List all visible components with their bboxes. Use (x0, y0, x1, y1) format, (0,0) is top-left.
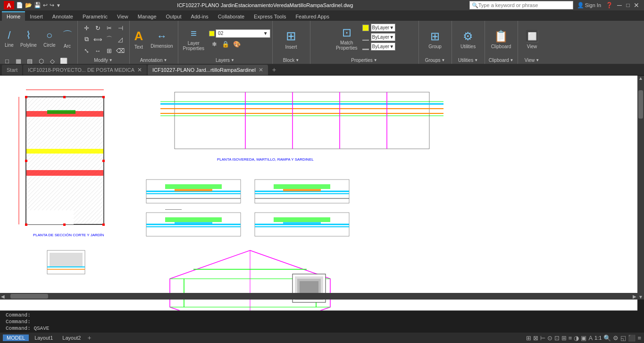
view-panel-dropdown[interactable]: ▼ (535, 58, 539, 62)
clipboard-button[interactable]: 📋 Clipboard (488, 23, 514, 56)
array-button[interactable]: ⊞ (104, 45, 114, 56)
layer-freeze-btn[interactable]: ❄ (209, 39, 219, 50)
utilities-panel-dropdown[interactable]: ▼ (474, 58, 478, 62)
maximize-button[interactable]: □ (624, 2, 632, 9)
zoom-icon[interactable]: 🔍 (603, 334, 611, 342)
transparency-icon[interactable]: ◑ (574, 334, 579, 342)
otrack-icon[interactable]: ⊞ (561, 334, 567, 342)
model-button[interactable]: MODEL (3, 334, 29, 341)
settings-icon[interactable]: ⚙ (613, 334, 619, 342)
horizontal-scrollbar[interactable]: ◀ ▶ (0, 293, 637, 300)
mirror-button[interactable]: ⟺ (92, 34, 103, 44)
lineweight-dropdown-arrow[interactable]: ▼ (389, 44, 394, 49)
block-panel-dropdown[interactable]: ▼ (295, 58, 299, 62)
polar-icon[interactable]: ⊙ (547, 334, 552, 342)
gradient-button[interactable]: ▨ (25, 56, 35, 64)
scrollbar-thumb-v[interactable] (638, 90, 643, 119)
modify-panel-dropdown[interactable]: ▼ (109, 58, 113, 62)
tab-addins[interactable]: Add-ins (186, 11, 213, 21)
tab-expresstools[interactable]: Express Tools (249, 11, 291, 21)
groups-panel-label[interactable]: Groups ▼ (425, 58, 445, 63)
scroll-up-arrow[interactable]: ▲ (637, 76, 644, 81)
lineweight-icon[interactable]: ≡ (569, 334, 572, 342)
redo-icon[interactable]: ↪ (50, 2, 54, 9)
qa-dropdown-arrow[interactable]: ▼ (56, 3, 61, 8)
clipboard-panel-dropdown[interactable]: ▼ (510, 58, 513, 62)
block-panel-label[interactable]: Block ▼ (283, 58, 299, 63)
layout2-button[interactable]: Layout2 (59, 334, 84, 341)
search-bar[interactable]: 🔍 (469, 1, 573, 9)
tab-doc2[interactable]: ICF10227-PLANO Jard...rtilloRampaSardine… (148, 65, 268, 75)
properties-panel-dropdown[interactable]: ▼ (374, 58, 377, 62)
copy-button[interactable]: ⧉ (81, 34, 92, 44)
close-button[interactable]: ✕ (633, 1, 640, 9)
color-dropdown-arrow[interactable]: ▼ (389, 25, 394, 30)
modify-panel-label[interactable]: Modify ▼ (94, 58, 112, 63)
search-input[interactable] (478, 2, 563, 8)
user-icon[interactable]: 👤 (577, 2, 584, 9)
boundary-button[interactable]: ⬡ (36, 56, 46, 64)
tab-view[interactable]: View (112, 11, 133, 21)
app-menu-button[interactable]: A (4, 1, 14, 9)
tab-output[interactable]: Output (161, 11, 186, 21)
properties-panel-label[interactable]: Properties ▼ (351, 58, 377, 63)
insert-button[interactable]: ⊞ Insert (283, 23, 300, 56)
text-button[interactable]: A Text (132, 23, 146, 56)
customize-icon[interactable]: ≡ (637, 334, 641, 342)
stretch-button[interactable]: ↔ (92, 45, 103, 56)
linetype-dropdown[interactable]: ByLayer ▼ (371, 33, 396, 41)
tab-doc1-close[interactable]: ✕ (137, 67, 142, 73)
layer-color-btn[interactable]: 🎨 (232, 39, 242, 50)
scrollbar-thumb-h[interactable] (10, 294, 48, 299)
fillet-button[interactable]: ⌒ (104, 34, 114, 44)
tab-annotate[interactable]: Annotate (48, 11, 78, 21)
color-dropdown[interactable]: ByLayer ▼ (371, 24, 396, 32)
layout1-button[interactable]: Layout1 (31, 334, 57, 341)
scroll-right-arrow[interactable]: ▶ (632, 294, 637, 299)
lineweight-dropdown[interactable]: ByLayer ▼ (371, 43, 396, 51)
annotation-panel-dropdown[interactable]: ▼ (163, 58, 167, 62)
linetype-dropdown-arrow[interactable]: ▼ (389, 34, 394, 40)
layers-panel-dropdown[interactable]: ▼ (231, 58, 234, 62)
scale-button[interactable]: ⤡ (81, 45, 92, 56)
undo-icon[interactable]: ↩ (43, 2, 48, 9)
layer-dropdown-arrow[interactable]: ▼ (263, 31, 268, 36)
annotation-icon[interactable]: A (588, 334, 593, 342)
help-icon[interactable]: ❓ (606, 2, 613, 9)
selection-icon[interactable]: ▣ (581, 334, 586, 342)
add-layout-button[interactable]: ＋ (86, 334, 92, 342)
save-icon[interactable]: 💾 (34, 2, 41, 9)
trim-button[interactable]: ✂ (104, 23, 114, 33)
clipboard-panel-label[interactable]: Clipboard ▼ (489, 58, 514, 63)
tab-doc2-close[interactable]: ✕ (259, 67, 263, 73)
ortho-icon[interactable]: ⊢ (540, 334, 545, 342)
utilities-panel-label[interactable]: Utilities ▼ (458, 58, 478, 63)
move-button[interactable]: ✛ (81, 23, 92, 33)
region-button[interactable]: ◇ (47, 56, 58, 64)
erase-button[interactable]: ⌫ (115, 45, 125, 56)
clean-screen-icon[interactable]: ⬛ (628, 334, 636, 342)
circle-button[interactable]: ○ Circle (41, 22, 59, 55)
signin-link[interactable]: Sign In (585, 2, 601, 8)
vertical-scrollbar[interactable]: ▲ ▼ (637, 76, 644, 300)
workspace-icon[interactable]: ◱ (620, 334, 626, 342)
view-panel-label[interactable]: View ▼ (525, 58, 539, 63)
rect-button[interactable]: □ (2, 56, 12, 64)
tab-parametric[interactable]: Parametric (78, 11, 112, 21)
chamfer-button[interactable]: ◿ (115, 34, 125, 44)
groups-panel-dropdown[interactable]: ▼ (441, 58, 445, 62)
tab-start[interactable]: Start (2, 65, 22, 75)
dimension-button[interactable]: ↔ Dimension (148, 23, 176, 56)
utilities-button[interactable]: ⚙ Utilities (458, 23, 478, 56)
hatch-button[interactable]: ▦ (13, 56, 24, 64)
extend-button[interactable]: ⊣ (115, 23, 125, 33)
match-properties-button[interactable]: ⊡ Match Properties (333, 22, 360, 55)
tab-doc1[interactable]: ICF10218-PROYECTO... DE POSTA MEDICA ✕ (23, 65, 147, 75)
new-file-icon[interactable]: 📄 (16, 2, 23, 9)
layers-panel-label[interactable]: Layers ▼ (216, 58, 234, 63)
layer-dropdown[interactable]: 02 ▼ (216, 29, 270, 38)
scroll-down-arrow[interactable]: ▼ (637, 294, 644, 300)
line-button[interactable]: / Line (2, 22, 17, 55)
polyline-button[interactable]: ⌇ Polyline (17, 22, 40, 55)
tab-manage[interactable]: Manage (133, 11, 161, 21)
